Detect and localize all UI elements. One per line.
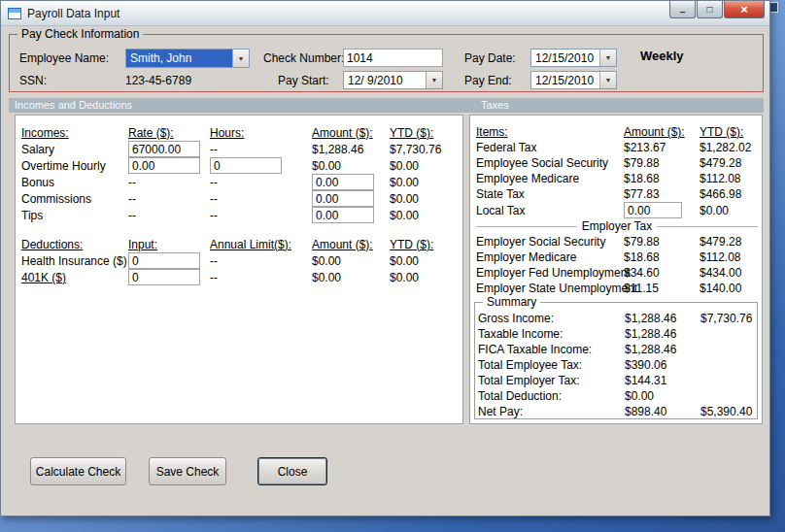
overtime-hours-input[interactable] [210,157,282,174]
annual-limit-header: Annual Limit($): [210,236,312,252]
summary-amount-value: $144.31 [625,373,700,388]
deduction-input-cell [128,269,210,285]
deduction-401k-link[interactable]: 401K ($) [21,269,128,285]
tax-amount-value: $34.60 [624,265,700,281]
dropdown-arrow-icon[interactable]: ▼ [426,72,442,88]
tax-amount-value: $11.15 [624,281,700,296]
divider-line [476,226,577,227]
income-hours-value: -- [210,207,312,223]
amount-header: Amount ($): [312,124,390,141]
check-number-input[interactable] [343,49,443,67]
taxes-header-row: Items: Amount ($): YTD ($): [476,124,762,140]
save-check-button[interactable]: Save Check [149,457,226,485]
items-header: Items: [476,124,624,140]
summary-ytd-value [700,326,759,342]
income-hours-value: -- [210,141,312,157]
summary-legend: Summary [483,295,540,309]
summary-amount-value: $1,288.46 [625,311,700,326]
summary-ytd-value: $5,390.40 [700,404,759,419]
health-insurance-input[interactable] [128,252,200,269]
tax-label: Federal Tax [476,140,624,155]
employer-tax-label: Employer Tax [582,219,652,233]
tax-row-federal: Federal Tax $213.67 $1,282.02 [476,140,762,155]
close-window-button[interactable]: × [724,1,765,18]
tax-ytd-value: $0.00 [700,202,762,218]
salary-rate-input[interactable] [128,141,200,157]
paycheck-info-legend: Pay Check Information [17,27,143,41]
commissions-amount-input[interactable] [312,190,374,207]
maximize-button[interactable]: □ [697,1,723,18]
tax-ytd-value: $434.00 [700,265,762,281]
pay-end-datepicker[interactable]: 12/15/2010 ▼ [530,71,617,89]
section-header-bar: Incomes and Deductions Taxes [9,98,764,113]
employee-name-combobox[interactable]: Smith, John ▼ [125,49,250,68]
tax-amount-value: $18.68 [624,249,700,265]
income-ytd-value: $0.00 [390,190,458,207]
income-amount-value: $1,288.46 [312,141,390,157]
tax-amount-value: $79.88 [624,155,700,171]
pay-date-label: Pay Date: [464,51,516,65]
tax-row-employee-medicare: Employee Medicare $18.68 $112.08 [476,171,762,186]
window-controls: – □ × [668,1,765,18]
amount-header: Amount ($): [312,236,390,252]
deduction-label: Health Insurance ($) [21,252,128,269]
income-ytd-value: $0.00 [390,207,458,223]
summary-label: Total Employer Tax: [478,373,625,388]
taxes-table: Items: Amount ($): YTD ($): Federal Tax … [476,124,762,296]
tax-ytd-value: $140.00 [700,281,762,296]
dropdown-arrow-icon[interactable]: ▼ [599,72,616,88]
summary-ytd-value [700,342,759,357]
tips-amount-input[interactable] [312,207,374,223]
pay-date-datepicker[interactable]: 12/15/2010 ▼ [530,49,617,67]
summary-row-total-employer-tax: Total Employer Tax: $144.31 [478,373,759,388]
minimize-icon: – [680,7,686,17]
tax-row-state: State Tax $77.83 $466.98 [476,186,762,202]
pay-start-datepicker[interactable]: 12/ 9/2010 ▼ [343,71,443,89]
close-button[interactable]: Close [257,457,327,485]
income-rate-value: -- [128,174,210,190]
summary-label: Taxable Income: [478,326,625,342]
close-icon: × [740,2,748,17]
calculate-check-button[interactable]: Calculate Check [30,457,126,485]
tax-row-employer-social-security: Employer Social Security $79.88 $479.28 [476,234,762,249]
bonus-amount-input[interactable] [312,174,374,190]
deduction-ytd-value: $0.00 [390,269,458,285]
tax-ytd-value: $479.28 [700,234,762,249]
income-amount-value: $0.00 [312,157,390,174]
tax-row-employer-fed-unemployment: Employer Fed Unemployment $34.60 $434.00 [476,265,762,281]
payroll-window: Payroll Data Input – □ × Pay Check Infor… [0,0,770,516]
tax-label: State Tax [476,186,624,202]
income-rate-value: -- [128,207,210,223]
summary-row-gross-income: Gross Income: $1,288.46 $7,730.76 [478,311,759,326]
summary-table: Gross Income: $1,288.46 $7,730.76 Taxabl… [478,311,759,419]
tax-amount-value: $77.83 [624,186,700,202]
incomes-deductions-table: Incomes: Rate ($): Hours: Amount ($): YT… [21,124,458,285]
taxes-panel: Items: Amount ($): YTD ($): Federal Tax … [469,115,763,424]
paycheck-info-groupbox: Pay Check Information Employee Name: Smi… [9,34,764,92]
dropdown-arrow-icon[interactable]: ▼ [232,50,249,67]
minimize-button[interactable]: – [669,1,696,18]
title-bar[interactable]: Payroll Data Input – □ × [1,1,769,26]
income-amount-cell [312,174,390,190]
local-tax-input[interactable] [624,202,682,218]
income-amount-cell [312,207,390,223]
tax-row-local: Local Tax $0.00 [476,202,762,218]
ytd-header: YTD ($): [390,124,458,141]
summary-row-total-employee-tax: Total Employee Tax: $390.06 [478,357,759,373]
401k-input[interactable] [128,269,200,285]
spacer-row [21,223,458,236]
tax-row-employer-medicare: Employer Medicare $18.68 $112.08 [476,249,762,265]
deduction-ytd-value: $0.00 [390,252,458,269]
tax-label: Employer Medicare [476,249,624,265]
tax-row-employer-state-unemployment: Employer State Unemployment $11.15 $140.… [476,281,762,296]
tax-label: Employee Social Security [476,155,624,171]
summary-row-net-pay: Net Pay: $898.40 $5,390.40 [478,404,759,419]
ytd-header: YTD ($): [390,236,458,252]
tax-label: Employer Social Security [476,234,624,249]
income-hours-cell [210,157,312,174]
pay-end-value: 12/15/2010 [531,72,599,88]
dropdown-arrow-icon[interactable]: ▼ [599,50,616,66]
tax-ytd-value: $112.08 [700,171,762,186]
overtime-rate-input[interactable] [128,157,200,174]
employer-tax-divider: Employer Tax [476,219,762,233]
